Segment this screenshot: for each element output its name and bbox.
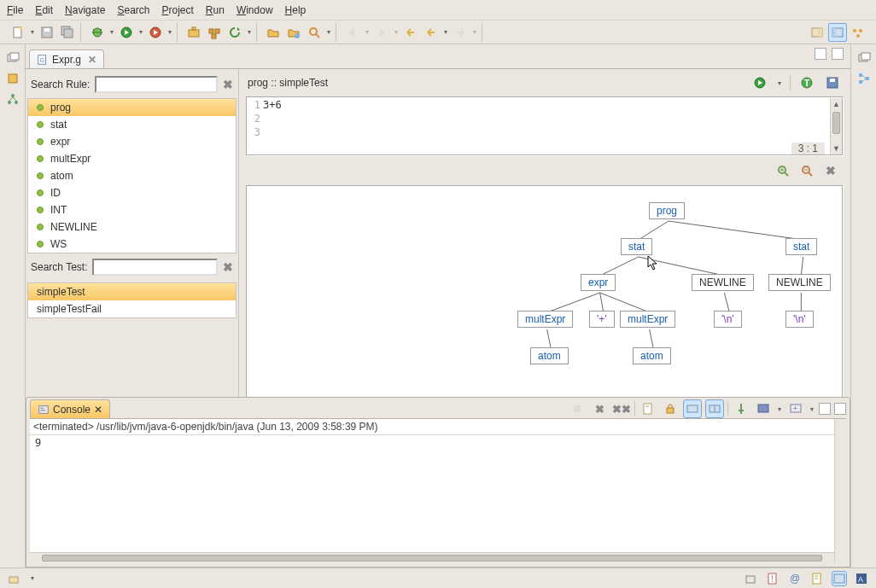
new-class-button[interactable] bbox=[205, 23, 224, 42]
dropdown-icon[interactable]: ▾ bbox=[442, 28, 449, 36]
rule-item[interactable]: ID bbox=[28, 184, 236, 201]
open-folder2-button[interactable] bbox=[284, 23, 303, 42]
menu-run[interactable]: Run bbox=[206, 4, 225, 16]
rule-item[interactable]: INT bbox=[28, 201, 236, 218]
save-test-button[interactable] bbox=[823, 73, 842, 92]
tree-node[interactable]: atom bbox=[530, 347, 569, 364]
pin-console-button[interactable] bbox=[732, 399, 750, 418]
restore-view-icon[interactable] bbox=[6, 51, 20, 65]
tree-node[interactable]: expr bbox=[581, 274, 616, 291]
scroll-lock-button[interactable] bbox=[661, 399, 680, 418]
save-all-button[interactable] bbox=[58, 23, 77, 42]
dropdown-icon[interactable]: ▾ bbox=[137, 28, 144, 36]
maximize-console-button[interactable] bbox=[834, 403, 846, 415]
display-console-button[interactable] bbox=[754, 399, 773, 418]
dropdown-icon[interactable]: ▾ bbox=[246, 28, 253, 36]
dropdown-icon[interactable]: ▾ bbox=[776, 405, 783, 413]
new-package-button[interactable] bbox=[184, 23, 203, 42]
run-external-button[interactable] bbox=[146, 23, 165, 42]
tree-node[interactable]: NEWLINE bbox=[692, 274, 754, 291]
nav-prev-button[interactable] bbox=[343, 23, 362, 42]
toggle-button[interactable]: T bbox=[797, 73, 816, 92]
dropdown-icon[interactable]: ▾ bbox=[108, 28, 115, 36]
show-console2-button[interactable] bbox=[705, 399, 724, 418]
new-button[interactable] bbox=[9, 23, 27, 42]
sb-restore-icon[interactable] bbox=[743, 571, 758, 586]
show-console1-button[interactable] bbox=[683, 399, 702, 418]
test-item[interactable]: simpleTest bbox=[28, 283, 236, 300]
debug-perspective-button[interactable] bbox=[849, 23, 867, 42]
refresh-button[interactable] bbox=[225, 23, 244, 42]
menu-window[interactable]: Window bbox=[237, 4, 273, 16]
rule-item[interactable]: prog bbox=[28, 99, 236, 116]
menu-file[interactable]: File bbox=[7, 4, 23, 16]
rule-item[interactable]: WS bbox=[28, 236, 236, 253]
sb-error-icon[interactable]: ! bbox=[765, 571, 780, 586]
dropdown-icon[interactable]: ▾ bbox=[776, 79, 783, 87]
back-button[interactable] bbox=[401, 23, 420, 42]
tree-node[interactable]: NEWLINE bbox=[768, 274, 831, 291]
rule-item[interactable]: stat bbox=[28, 116, 236, 133]
minimize-editor-button[interactable] bbox=[815, 48, 826, 60]
hierarchy-icon[interactable] bbox=[6, 92, 20, 106]
clear-console-button[interactable] bbox=[639, 399, 657, 418]
search-rule-input[interactable] bbox=[95, 76, 218, 93]
run-test-button[interactable] bbox=[750, 73, 769, 92]
tree-node[interactable]: atom bbox=[633, 347, 671, 364]
terminate-button[interactable] bbox=[568, 399, 587, 418]
close-icon[interactable]: ✕ bbox=[94, 404, 102, 416]
forward-button[interactable] bbox=[451, 23, 470, 42]
zoom-in-button[interactable] bbox=[774, 161, 792, 180]
code-text[interactable]: 3+6 bbox=[263, 98, 828, 143]
tree-node[interactable]: multExpr bbox=[517, 311, 573, 328]
tree-node[interactable]: prog bbox=[649, 202, 685, 219]
menu-navigate[interactable]: Navigate bbox=[65, 4, 105, 16]
editor-tab-expr[interactable]: G Expr.g ✕ bbox=[29, 49, 104, 68]
fast-view-icon[interactable] bbox=[7, 571, 22, 586]
dropdown-icon[interactable]: ▾ bbox=[471, 28, 478, 36]
scroll-down-icon[interactable]: ▼ bbox=[831, 143, 842, 154]
nav-next-button[interactable] bbox=[372, 23, 391, 42]
dropdown-icon[interactable]: ▾ bbox=[166, 28, 173, 36]
search-test-input[interactable] bbox=[92, 259, 218, 276]
remove-all-button[interactable]: ✖✖ bbox=[612, 399, 631, 418]
close-icon[interactable]: ✕ bbox=[88, 54, 96, 66]
menu-project[interactable]: Project bbox=[161, 4, 193, 16]
tree-node[interactable]: '+' bbox=[589, 311, 615, 328]
menu-help[interactable]: Help bbox=[285, 4, 307, 16]
restore-view-icon[interactable] bbox=[857, 51, 871, 65]
tree-node[interactable]: stat bbox=[621, 238, 652, 255]
code-editor[interactable]: 123 3+6 ▲ ▼ 3 : 1 bbox=[246, 96, 844, 156]
menu-edit[interactable]: Edit bbox=[35, 4, 53, 16]
tree-node[interactable]: multExpr bbox=[620, 311, 675, 328]
outline-icon[interactable] bbox=[857, 72, 871, 85]
sb-tasks-icon[interactable] bbox=[809, 571, 825, 586]
scroll-thumb[interactable] bbox=[42, 555, 822, 562]
zoom-out-button[interactable] bbox=[797, 161, 816, 180]
tree-node[interactable]: '\n' bbox=[714, 311, 742, 328]
package-explorer-icon[interactable] bbox=[6, 72, 20, 85]
scroll-up-icon[interactable]: ▲ bbox=[831, 98, 842, 110]
minimize-console-button[interactable] bbox=[819, 403, 831, 415]
sb-antlr-icon[interactable]: A bbox=[854, 571, 869, 586]
rule-item[interactable]: expr bbox=[28, 133, 236, 150]
dropdown-icon[interactable]: ▾ bbox=[364, 28, 371, 36]
open-console-button[interactable]: + bbox=[786, 399, 805, 418]
vertical-scrollbar[interactable]: ▲ ▼ bbox=[830, 98, 842, 154]
tree-node[interactable]: stat bbox=[785, 238, 817, 255]
dropdown-icon[interactable]: ▾ bbox=[325, 28, 332, 36]
back-dd-button[interactable] bbox=[422, 23, 441, 42]
scroll-thumb[interactable] bbox=[832, 112, 840, 134]
tree-node[interactable]: '\n' bbox=[785, 311, 814, 328]
close-tree-button[interactable]: ✖ bbox=[821, 161, 840, 180]
console-tab[interactable]: Console ✕ bbox=[30, 399, 110, 418]
menu-search[interactable]: Search bbox=[117, 4, 149, 16]
java-perspective-button[interactable] bbox=[828, 23, 847, 42]
clear-test-icon[interactable]: ✖ bbox=[223, 260, 233, 274]
debug-button[interactable] bbox=[88, 23, 107, 42]
console-vscroll[interactable] bbox=[834, 419, 846, 563]
search-tb-button[interactable] bbox=[305, 23, 324, 42]
clear-search-icon[interactable]: ✖ bbox=[223, 78, 233, 91]
dropdown-icon[interactable]: ▾ bbox=[393, 28, 400, 36]
dropdown-icon[interactable]: ▾ bbox=[809, 405, 815, 413]
